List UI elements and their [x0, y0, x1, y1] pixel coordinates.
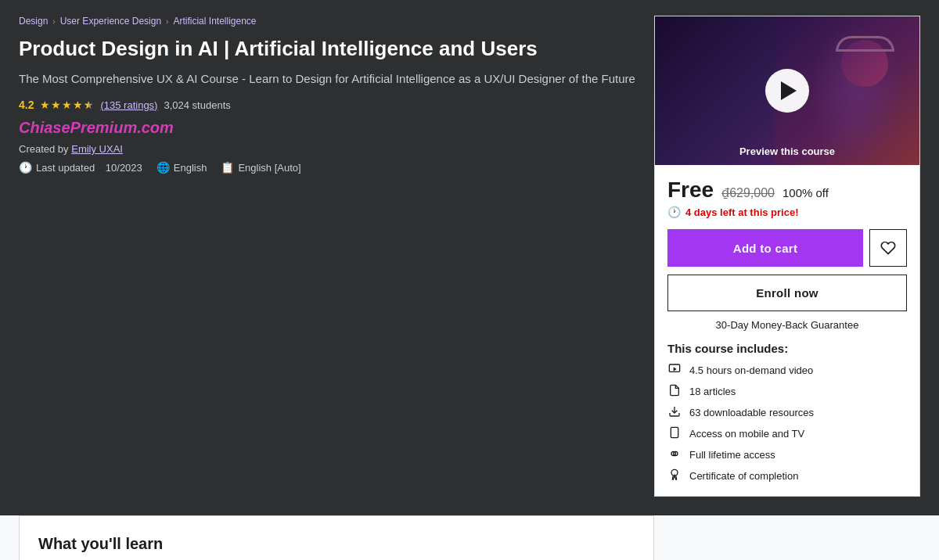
captions: 📋 English [Auto]	[221, 161, 300, 174]
watermark: ChiasePremium.com	[19, 119, 174, 136]
play-icon	[781, 81, 797, 100]
infinity-icon	[667, 447, 682, 462]
preview-image[interactable]: Preview this course	[655, 16, 919, 165]
includes-title: This course includes:	[667, 342, 907, 355]
includes-video: 4.5 hours on-demand video	[667, 363, 907, 378]
download-icon	[667, 405, 682, 420]
rating-score: 4.2	[19, 99, 34, 111]
breadcrumb-ux[interactable]: User Experience Design	[60, 16, 161, 27]
svg-marker-1	[674, 367, 677, 371]
includes-articles: 18 articles	[667, 384, 907, 399]
countdown-clock-icon: 🕐	[667, 206, 681, 218]
includes-lifetime: Full lifetime access	[667, 447, 907, 462]
preview-label: Preview this course	[739, 145, 835, 157]
sidebar-card: Preview this course Free ₫629,000 100% o…	[654, 16, 920, 497]
breadcrumb-ai[interactable]: Artificial Intelligence	[173, 16, 256, 27]
price-original: ₫629,000	[721, 185, 775, 200]
breadcrumb: Design › User Experience Design › Artifi…	[19, 16, 639, 27]
clock-meta-icon: 🕐	[19, 161, 32, 174]
language: 🌐 English	[156, 161, 207, 174]
breadcrumb-design[interactable]: Design	[19, 16, 48, 27]
includes-mobile: Access on mobile and TV	[667, 426, 907, 441]
author-link[interactable]: Emily UXAI	[71, 143, 123, 155]
price-discount: 100% off	[782, 186, 829, 199]
created-by: Created by Emily UXAI	[19, 143, 639, 155]
add-to-cart-row: Add to cart	[667, 229, 907, 267]
enroll-now-button[interactable]: Enroll now	[667, 275, 907, 311]
last-updated: 🕐 Last updated 10/2023	[19, 161, 142, 174]
globe-icon: 🌐	[156, 161, 170, 174]
heart-icon	[880, 240, 896, 256]
star-rating: ★ ★ ★ ★ ★★	[40, 99, 94, 111]
price-free: Free	[667, 178, 714, 203]
includes-list: 4.5 hours on-demand video 18 articles	[667, 363, 907, 483]
certificate-icon	[667, 468, 682, 483]
video-icon	[667, 363, 682, 378]
wishlist-button[interactable]	[869, 229, 907, 267]
guarantee-text: 30-Day Money-Back Guarantee	[667, 319, 907, 331]
price-row: Free ₫629,000 100% off	[667, 178, 907, 203]
course-title: Product Design in AI | Artificial Intell…	[19, 36, 639, 63]
captions-icon: 📋	[221, 161, 234, 174]
countdown: 🕐 4 days left at this price!	[667, 206, 907, 218]
add-to-cart-button[interactable]: Add to cart	[667, 229, 863, 267]
includes-certificate: Certificate of completion	[667, 468, 907, 483]
learn-title: What you'll learn	[38, 535, 635, 553]
course-subtitle: The Most Comprehensive UX & AI Course - …	[19, 70, 639, 88]
includes-downloads: 63 downloadable resources	[667, 405, 907, 420]
student-count: 3,024 students	[164, 99, 230, 111]
play-button[interactable]	[765, 69, 809, 113]
mobile-icon	[667, 426, 682, 441]
meta-row: 🕐 Last updated 10/2023 🌐 English 📋 Engli…	[19, 161, 639, 174]
rating-count[interactable]: (135 ratings)	[100, 99, 157, 111]
article-icon	[667, 384, 682, 399]
rating-row: 4.2 ★ ★ ★ ★ ★★ (135 ratings) 3,024 stude…	[19, 99, 639, 111]
learn-box: What you'll learn ✓ You will learn to ap…	[19, 515, 654, 560]
